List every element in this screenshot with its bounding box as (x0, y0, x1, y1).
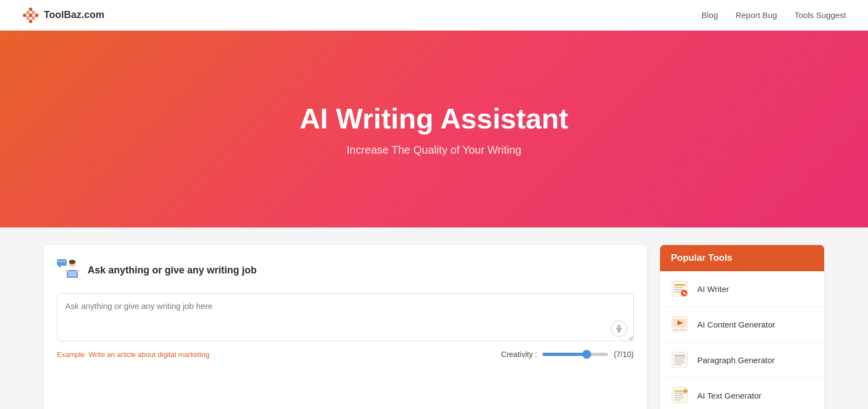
svg-rect-8 (29, 14, 32, 17)
paragraph-generator-label: Paragraph Generator (697, 355, 775, 365)
creativity-value: (7/10) (614, 350, 634, 359)
nav-report-bug[interactable]: Report Bug (736, 10, 777, 20)
ai-content-generator-icon (670, 314, 690, 334)
ai-text-generator-icon: AI (670, 385, 690, 405)
tool-header: Ask anything or give any writing job (57, 258, 634, 282)
svg-rect-3 (35, 14, 38, 17)
sidebar-item-paragraph-generator[interactable]: Paragraph Generator (660, 342, 824, 378)
svg-rect-27 (674, 291, 681, 293)
svg-rect-36 (674, 355, 685, 357)
ai-text-generator-label: AI Text Generator (697, 391, 761, 400)
hero-title: AI Writing Assistant (299, 102, 568, 135)
svg-rect-37 (674, 358, 685, 359)
svg-rect-18 (76, 270, 79, 272)
svg-rect-44 (674, 395, 683, 396)
mic-button[interactable] (611, 320, 627, 337)
svg-text:AI: AI (684, 389, 688, 393)
svg-rect-6 (26, 16, 30, 20)
nav-tools-suggest[interactable]: Tools Suggest (795, 10, 846, 20)
svg-rect-25 (674, 287, 683, 288)
svg-rect-38 (674, 360, 684, 361)
svg-rect-40 (674, 364, 682, 365)
tools-list: ✎ AI Writer AI Content Generator (660, 271, 824, 409)
creativity-slider[interactable] (542, 353, 608, 356)
svg-rect-46 (674, 400, 681, 401)
main-content: Ask anything or give any writing job Exa… (0, 227, 868, 409)
creativity-row: Creativity : (7/10) (501, 350, 634, 359)
tool-panel-title: Ask anything or give any writing job (88, 265, 257, 276)
svg-rect-2 (23, 14, 26, 17)
controls-row: Example: Write an article about digital … (57, 350, 634, 359)
svg-text:✎: ✎ (682, 291, 686, 296)
svg-rect-5 (32, 11, 35, 14)
svg-rect-13 (63, 261, 65, 262)
svg-rect-24 (674, 284, 685, 286)
nav: Blog Report Bug Tools Suggest (702, 10, 846, 20)
svg-rect-1 (29, 20, 32, 23)
logo-text: ToolBaz.com (44, 9, 105, 21)
svg-rect-12 (61, 261, 62, 262)
svg-rect-17 (65, 270, 68, 272)
svg-rect-45 (674, 398, 684, 399)
tool-avatar-icon (57, 258, 81, 282)
logo-icon (22, 7, 39, 24)
svg-rect-0 (29, 8, 32, 11)
textarea-wrapper (57, 293, 634, 343)
hero-banner: AI Writing Assistant Increase The Qualit… (0, 31, 868, 227)
svg-rect-20 (618, 325, 620, 329)
nav-blog[interactable]: Blog (702, 10, 718, 20)
header: ToolBaz.com Blog Report Bug Tools Sugges… (0, 0, 868, 31)
svg-rect-4 (26, 11, 30, 14)
popular-tools-header: Popular Tools (660, 245, 824, 271)
hero-subtitle: Increase The Quality of Your Writing (346, 144, 521, 156)
ai-writer-icon: ✎ (670, 279, 690, 299)
example-text: Example: Write an article about digital … (57, 350, 210, 359)
tool-panel: Ask anything or give any writing job Exa… (44, 245, 647, 409)
svg-rect-34 (680, 329, 685, 330)
mic-icon (615, 325, 623, 332)
svg-rect-16 (68, 271, 77, 277)
ai-content-generator-label: AI Content Generator (697, 320, 776, 329)
sidebar-item-ai-writer[interactable]: ✎ AI Writer (660, 271, 824, 307)
svg-rect-33 (674, 329, 679, 330)
sidebar-item-ai-content-generator[interactable]: AI Content Generator (660, 307, 824, 342)
svg-marker-10 (59, 266, 61, 268)
main-input[interactable] (57, 293, 634, 341)
svg-point-19 (69, 260, 76, 264)
sidebar: Popular Tools ✎ AI Writer (660, 245, 824, 409)
svg-rect-9 (57, 259, 67, 266)
creativity-label: Creativity : (501, 350, 537, 359)
svg-rect-7 (32, 16, 35, 20)
logo-area[interactable]: ToolBaz.com (22, 7, 105, 24)
ai-writer-label: AI Writer (697, 284, 729, 294)
svg-rect-11 (58, 261, 60, 262)
sidebar-item-ai-text-generator[interactable]: AI AI Text Generator (660, 378, 824, 409)
svg-rect-39 (674, 362, 685, 363)
paragraph-generator-icon (670, 350, 690, 370)
